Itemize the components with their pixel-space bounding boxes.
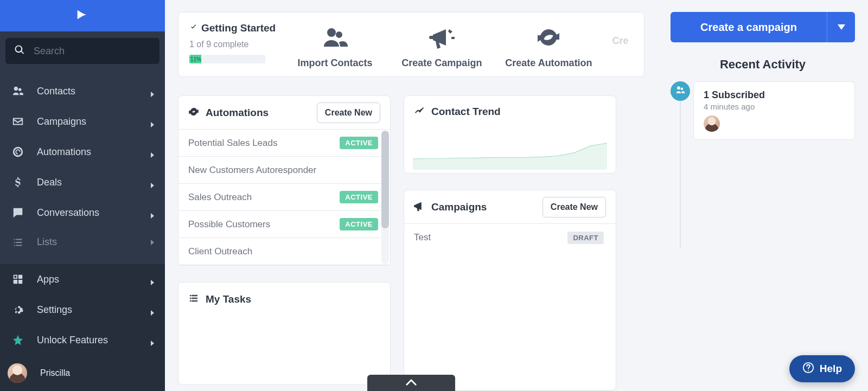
nav-item-lists[interactable]: Lists (0, 228, 165, 249)
dashboard-columns: Automations Create New Potential Sales L… (178, 95, 644, 390)
caret-down-icon (838, 23, 845, 31)
status-badge: ACTIVE (340, 137, 378, 149)
contacts-icon (12, 85, 24, 97)
help-button[interactable]: Help (789, 355, 855, 382)
chat-icon (12, 207, 24, 219)
campaigns-panel: Campaigns Create New Test DRAFT (404, 190, 616, 390)
gs-action-import-contacts[interactable]: Import Contacts (291, 12, 378, 76)
automation-name: Potential Sales Leads (188, 138, 277, 149)
nav-item-conversations[interactable]: Conversations (0, 197, 165, 228)
bottom-expand-tab[interactable] (367, 375, 455, 391)
automations-list: Potential Sales Leads ACTIVE New Custome… (178, 130, 390, 265)
nav-item-contacts[interactable]: Contacts (0, 76, 165, 106)
status-badge: ACTIVE (340, 191, 378, 203)
activity-timeline (680, 92, 681, 248)
campaign-row[interactable]: Test DRAFT (404, 224, 616, 251)
logo-icon (75, 7, 90, 24)
nav-unlock-label: Unlock Features (37, 335, 150, 346)
search-input[interactable] (33, 45, 161, 57)
chevron-right-icon (150, 210, 155, 215)
gs-progress-fill: 11% (189, 55, 201, 63)
gear-icon (12, 304, 24, 316)
automation-name: Client Outreach (188, 246, 252, 257)
getting-started-summary: Getting Started 1 of 9 complete 11% (178, 12, 276, 76)
scrollbar-thumb[interactable] (381, 131, 389, 228)
search-wrap (0, 31, 165, 70)
getting-started-card: Getting Started 1 of 9 complete 11% Impo… (178, 12, 644, 77)
main: Getting Started 1 of 9 complete 11% Impo… (165, 0, 658, 391)
automation-row[interactable]: Sales Outreach ACTIVE (178, 184, 390, 211)
activity-badge (671, 81, 690, 101)
logo-bar[interactable] (0, 0, 165, 31)
nav: Contacts Campaigns Automations Deals Con… (0, 70, 165, 264)
subscribers-icon (675, 85, 685, 97)
nav-lists-label: Lists (37, 236, 150, 248)
apps-icon (12, 273, 24, 285)
automation-name: Possible Customers (188, 219, 270, 230)
chevron-right-icon (150, 180, 155, 185)
search-icon (14, 44, 33, 57)
gs-title-text: Getting Started (201, 22, 276, 34)
contact-trend-panel: Contact Trend (404, 95, 616, 174)
create-campaign-dropdown[interactable] (827, 12, 855, 42)
automation-row[interactable]: Client Outreach (178, 238, 390, 265)
gs-action-more-label: Cre (612, 35, 629, 47)
create-campaign-button[interactable]: Create a campaign (671, 12, 827, 42)
status-badge: ACTIVE (340, 218, 378, 230)
user-row[interactable]: Priscilla (0, 355, 165, 391)
gs-action-campaign-label: Create Campaign (401, 57, 482, 69)
campaigns-head: Campaigns Create New (404, 190, 616, 224)
campaign-name: Test (414, 232, 431, 243)
chevron-up-icon (406, 378, 417, 388)
nav-contacts-label: Contacts (37, 86, 150, 97)
activity-avatar (704, 116, 720, 132)
nav-apps-label: Apps (37, 274, 150, 285)
automation-row[interactable]: New Customers Autoresponder (178, 157, 390, 184)
automation-row[interactable]: Potential Sales Leads ACTIVE (178, 130, 390, 157)
gs-action-more[interactable]: Cre (612, 12, 629, 76)
gs-action-import-label: Import Contacts (297, 57, 372, 69)
nav-item-deals[interactable]: Deals (0, 167, 165, 197)
getting-started-title: Getting Started (189, 22, 276, 34)
my-tasks-head: My Tasks (178, 283, 390, 316)
nav-item-automations[interactable]: Automations (0, 137, 165, 167)
chevron-right-icon (150, 236, 155, 242)
nav-item-campaigns[interactable]: Campaigns (0, 106, 165, 137)
trend-icon (414, 105, 425, 118)
column-left: Automations Create New Potential Sales L… (178, 95, 391, 390)
automations-create-button[interactable]: Create New (317, 102, 380, 123)
list-small-icon (188, 293, 199, 306)
gs-action-create-automation[interactable]: Create Automation (505, 12, 592, 76)
column-right: Contact Trend Campaigns Cr (404, 95, 616, 390)
nav-deals-label: Deals (37, 177, 150, 188)
people-icon (322, 26, 348, 57)
sidebar: Contacts Campaigns Automations Deals Con… (0, 0, 165, 391)
activity-feed: 1 Subscribed 4 minutes ago (671, 81, 855, 140)
activity-title: 1 Subscribed (704, 89, 845, 101)
nav-item-apps[interactable]: Apps (0, 264, 165, 294)
search-box[interactable] (5, 38, 159, 64)
megaphone-icon (429, 26, 455, 57)
megaphone-small-icon (414, 201, 425, 214)
campaigns-create-button[interactable]: Create New (542, 197, 606, 217)
campaigns-title: Campaigns (431, 201, 487, 213)
contact-trend-title: Contact Trend (431, 106, 501, 118)
activity-card[interactable]: 1 Subscribed 4 minutes ago (693, 81, 855, 140)
getting-started-actions: Import Contacts Create Campaign Create A… (276, 12, 644, 76)
gs-action-create-campaign[interactable]: Create Campaign (398, 12, 485, 76)
chevron-right-icon (150, 337, 155, 343)
automation-icon (12, 146, 24, 158)
automation-row[interactable]: Possible Customers ACTIVE (178, 211, 390, 238)
dollar-icon (12, 176, 24, 188)
nav-automations-label: Automations (37, 146, 150, 158)
contact-trend-head: Contact Trend (404, 96, 616, 127)
mail-icon (12, 116, 24, 127)
refresh-icon (535, 26, 561, 57)
nav-item-unlock[interactable]: Unlock Features (0, 325, 165, 355)
create-campaign-cta: Create a campaign (671, 12, 855, 42)
star-icon (12, 334, 24, 346)
nav-item-settings[interactable]: Settings (0, 294, 165, 325)
help-icon (802, 362, 814, 376)
nav-campaigns-label: Campaigns (37, 116, 150, 127)
refresh-small-icon (188, 106, 199, 119)
